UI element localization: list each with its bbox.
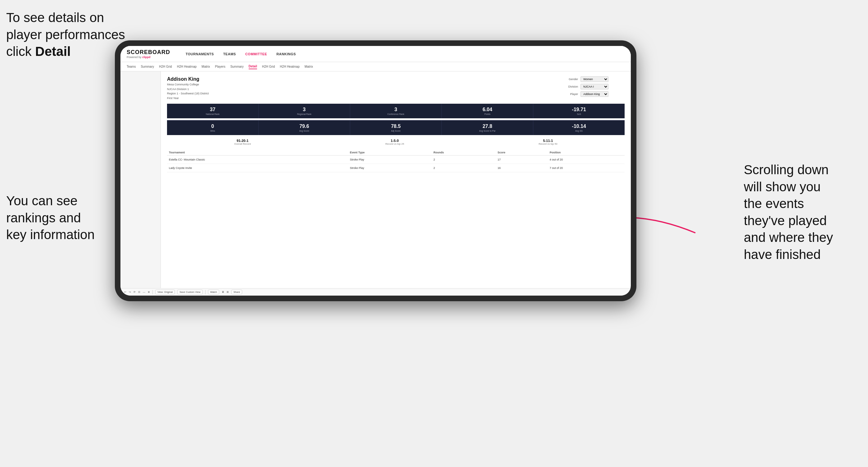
stat-avg-sg: -10.14 Avg SG bbox=[533, 121, 625, 135]
annotation-r-line1: Scrolling down bbox=[744, 162, 829, 177]
record-top50-label: Record vs top 50 bbox=[538, 143, 557, 145]
toolbar-icon6[interactable]: ⊞ bbox=[227, 291, 229, 293]
nav-rankings[interactable]: RANKINGS bbox=[276, 52, 296, 56]
toolbar-icon2[interactable]: ⊡ bbox=[138, 291, 140, 293]
toolbar-icon3[interactable]: — bbox=[143, 291, 145, 293]
nav-tournaments[interactable]: TOURNAMENTS bbox=[186, 52, 214, 56]
stat-conference-rank: 3 Conference Rank bbox=[350, 104, 442, 118]
watch-button[interactable]: Watch bbox=[208, 290, 219, 294]
save-custom-button[interactable]: Save Custom View bbox=[177, 290, 203, 294]
sub-nav: Teams Summary H2H Grid H2H Heatmap Matri… bbox=[120, 62, 631, 71]
division-select[interactable]: NJCAA I bbox=[581, 84, 609, 89]
toolbar-undo-icon[interactable]: ↩ bbox=[124, 291, 126, 293]
table-row: Estella CC- Mountain Classic Stroke Play… bbox=[167, 156, 625, 164]
nav-teams[interactable]: TEAMS bbox=[223, 52, 236, 56]
record-overall-label: Overall Record bbox=[235, 143, 251, 145]
record-overall-value: 91-20-1 bbox=[235, 139, 251, 143]
stat-points-value: 6.04 bbox=[444, 107, 531, 113]
stat-conference-rank-label: Conference Rank bbox=[352, 113, 440, 115]
row2-tournament: Lady Coyote Invite bbox=[167, 164, 348, 172]
toolbar-icon4[interactable]: ⊕ bbox=[148, 291, 150, 293]
main-content: Addison King Mesa Community College NJCA… bbox=[120, 71, 631, 288]
subnav-h2h-heatmap[interactable]: H2H Heatmap bbox=[177, 64, 196, 69]
subnav-matrix2[interactable]: Matrix bbox=[305, 64, 313, 69]
col-position: Position bbox=[548, 150, 625, 156]
toolbar-redo-icon[interactable]: ↪ bbox=[129, 291, 131, 293]
subnav-matrix[interactable]: Matrix bbox=[202, 64, 210, 69]
toolbar-icon5[interactable]: 🖥 bbox=[222, 291, 224, 293]
row1-score: 17 bbox=[496, 156, 548, 164]
nav-committee[interactable]: COMMITTEE bbox=[245, 52, 267, 56]
col-score: Score bbox=[496, 150, 548, 156]
gender-label: Gender bbox=[562, 77, 578, 81]
content-area[interactable]: Addison King Mesa Community College NJCA… bbox=[161, 71, 631, 288]
stat-avg-score-label: Avg Score bbox=[260, 130, 348, 132]
tablet-frame: SCOREBOARD Powered by clippd TOURNAMENTS… bbox=[115, 40, 637, 301]
annotation-line3: click bbox=[6, 44, 35, 59]
annotation-r-line6: have finished bbox=[744, 247, 821, 262]
toolbar-icon1[interactable]: ⟳ bbox=[133, 291, 136, 293]
subnav-summary2[interactable]: Summary bbox=[230, 64, 244, 69]
subnav-h2h-grid2[interactable]: H2H Grid bbox=[262, 64, 275, 69]
stat-avg-score-par-label: Avg Score to Par bbox=[444, 130, 531, 132]
subnav-teams[interactable]: Teams bbox=[127, 64, 136, 69]
toolbar-sep2 bbox=[205, 290, 206, 294]
row2-position: 7 out of 20 bbox=[548, 164, 625, 172]
top-nav: SCOREBOARD Powered by clippd TOURNAMENTS… bbox=[120, 46, 631, 62]
stat-adj-score: 78.5 Adj Score bbox=[350, 121, 442, 135]
stat-sos-label: SoS bbox=[535, 113, 623, 115]
stat-wins-value: 0 bbox=[169, 124, 256, 129]
view-original-button[interactable]: View: Original bbox=[155, 290, 175, 294]
player-info: Addison King Mesa Community College NJCA… bbox=[167, 76, 209, 100]
division-label: Division bbox=[562, 85, 578, 88]
stats-row1: 37 National Rank 3 Regional Rank 3 Confe… bbox=[167, 104, 625, 118]
annotation-r-line3: the events bbox=[744, 196, 804, 211]
stat-adj-score-label: Adj Score bbox=[352, 130, 440, 132]
record-top25-label: Record vs top 25 bbox=[385, 143, 404, 145]
toolbar-sep bbox=[152, 290, 153, 294]
stat-conference-rank-value: 3 bbox=[352, 107, 440, 113]
player-select[interactable]: Addison King bbox=[581, 91, 609, 97]
record-top25: 1-5-0 Record vs top 25 bbox=[385, 139, 404, 145]
tournament-table: Tournament Event Type Rounds Score Posit… bbox=[167, 150, 625, 172]
logo-scoreboard: SCOREBOARD bbox=[127, 49, 170, 56]
player-college: Mesa Community College bbox=[167, 83, 209, 87]
annotation-r-line5: and where they bbox=[744, 230, 833, 245]
player-filters: Gender Women Division NJCAA I bbox=[562, 76, 625, 100]
col-tournament: Tournament bbox=[167, 150, 348, 156]
player-label: Player bbox=[562, 93, 578, 96]
annotation-line1: To see details on bbox=[6, 10, 104, 25]
annotation-bl-line3: key information bbox=[6, 227, 95, 242]
stat-wins: 0 Wins bbox=[167, 121, 258, 135]
annotation-bl-line1: You can see bbox=[6, 193, 78, 208]
stat-national-rank-label: National Rank bbox=[169, 113, 256, 115]
subnav-summary[interactable]: Summary bbox=[141, 64, 154, 69]
gender-select[interactable]: Women bbox=[581, 76, 609, 82]
stat-national-rank-value: 37 bbox=[169, 107, 256, 113]
player-year: First Year bbox=[167, 96, 209, 100]
subnav-h2h-grid[interactable]: H2H Grid bbox=[159, 64, 172, 69]
stat-avg-sg-value: -10.14 bbox=[535, 124, 623, 129]
subnav-h2h-heatmap2[interactable]: H2H Heatmap bbox=[280, 64, 300, 69]
stat-avg-score-par: 27.8 Avg Score to Par bbox=[442, 121, 533, 135]
filter-player: Player Addison King bbox=[562, 91, 625, 97]
annotation-right: Scrolling down will show you the events … bbox=[744, 161, 862, 263]
record-top50-value: 5-11-1 bbox=[538, 139, 557, 143]
subnav-detail[interactable]: Detail bbox=[249, 64, 257, 69]
annotation-r-line4: they've played bbox=[744, 213, 827, 228]
records-row: 91-20-1 Overall Record 1-5-0 Record vs t… bbox=[167, 139, 625, 145]
filter-gender: Gender Women bbox=[562, 76, 625, 82]
stat-sos: -19.71 SoS bbox=[533, 104, 625, 118]
stat-wins-label: Wins bbox=[169, 130, 256, 132]
row1-rounds: 2 bbox=[432, 156, 495, 164]
logo-powered: Powered by clippd bbox=[127, 56, 170, 59]
filter-division: Division NJCAA I bbox=[562, 84, 625, 89]
player-region: Region 1 - Southwest (18) District bbox=[167, 92, 209, 96]
stat-avg-score-par-value: 27.8 bbox=[444, 124, 531, 129]
col-event-type: Event Type bbox=[348, 150, 432, 156]
subnav-players[interactable]: Players bbox=[215, 64, 225, 69]
stat-avg-score-value: 79.6 bbox=[260, 124, 348, 129]
share-button[interactable]: Share bbox=[231, 290, 242, 294]
player-name: Addison King bbox=[167, 76, 209, 82]
annotation-bottom-left: You can see rankings and key information bbox=[6, 192, 124, 243]
